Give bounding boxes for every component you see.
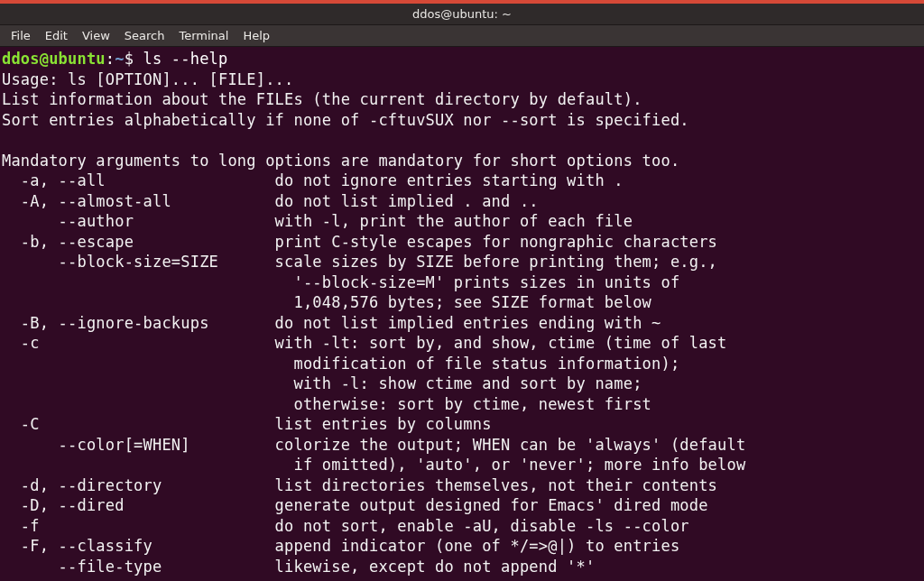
output-line: '--block-size=M' prints sizes in units o…: [2, 272, 922, 293]
output-line: -a, --all do not ignore entries starting…: [2, 171, 922, 191]
menu-search[interactable]: Search: [117, 27, 172, 44]
menu-edit[interactable]: Edit: [38, 27, 75, 44]
prompt-path: ~: [115, 50, 124, 68]
output-line: 1,048,576 bytes; see SIZE format below: [2, 292, 922, 313]
output-line: [2, 130, 922, 151]
output-line: modification of file status information)…: [2, 354, 922, 374]
output-line: -d, --directory list directories themsel…: [2, 475, 922, 496]
terminal-viewport[interactable]: ddos@ubuntu:~$ ls --helpUsage: ls [OPTIO…: [0, 47, 924, 581]
window-title: ddos@ubuntu: ~: [412, 7, 512, 21]
output-line: --color[=WHEN] colorize the output; WHEN…: [2, 435, 922, 456]
output-line: -F, --classify append indicator (one of …: [2, 536, 922, 557]
output-line: Usage: ls [OPTION]... [FILE]...: [2, 69, 922, 90]
output-line: Sort entries alphabetically if none of -…: [2, 110, 922, 131]
output-line: -D, --dired generate output designed for…: [2, 495, 922, 516]
output-line: --author with -l, print the author of ea…: [2, 211, 922, 232]
output-line: -c with -lt: sort by, and show, ctime (t…: [2, 333, 922, 354]
output-line: List information about the FILEs (the cu…: [2, 89, 922, 110]
menubar: File Edit View Search Terminal Help: [0, 25, 924, 47]
output-line: Mandatory arguments to long options are …: [2, 151, 922, 171]
output-line: --block-size=SIZE scale sizes by SIZE be…: [2, 252, 922, 272]
prompt-colon: :: [106, 50, 115, 68]
prompt-line: ddos@ubuntu:~$ ls --help: [2, 49, 922, 69]
menu-terminal[interactable]: Terminal: [171, 27, 236, 44]
output-line: otherwise: sort by ctime, newest first: [2, 394, 922, 415]
prompt-userhost: ddos@ubuntu: [2, 50, 106, 68]
output-line: -B, --ignore-backups do not list implied…: [2, 313, 922, 334]
menu-help[interactable]: Help: [236, 27, 277, 44]
output-line: -A, --almost-all do not list implied . a…: [2, 191, 922, 212]
output-line: with -l: show ctime and sort by name;: [2, 374, 922, 394]
entered-command: ls --help: [143, 50, 228, 68]
output-line: if omitted), 'auto', or 'never'; more in…: [2, 455, 922, 475]
output-line: -f do not sort, enable -aU, disable -ls …: [2, 516, 922, 537]
output-line: -C list entries by columns: [2, 414, 922, 435]
output-line: --file-type likewise, except do not appe…: [2, 557, 922, 577]
menu-view[interactable]: View: [75, 27, 117, 44]
menu-file[interactable]: File: [4, 27, 38, 44]
prompt-sigil: $: [125, 50, 143, 68]
window-titlebar[interactable]: ddos@ubuntu: ~: [0, 4, 924, 25]
output-line: -b, --escape print C-style escapes for n…: [2, 232, 922, 253]
